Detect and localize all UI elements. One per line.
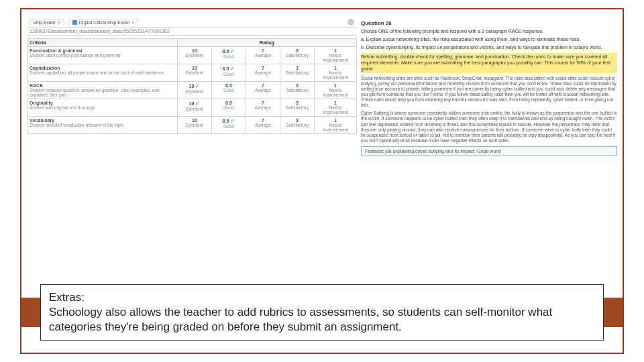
question-option-b: b. Describe cyberbullying, its impact on…: [361, 45, 617, 51]
rating-cell[interactable]: 7Average: [246, 47, 280, 64]
student-answer-p1: Social networking sites are sites such a…: [361, 76, 617, 109]
check-icon: ✓: [195, 101, 200, 107]
caption-label: Extras:: [49, 291, 85, 304]
rating-cell[interactable]: 7Average: [246, 99, 280, 117]
close-icon[interactable]: ×: [58, 20, 60, 25]
check-icon: ✓: [195, 83, 200, 89]
rubric-row: VocabularyStudent included vocabulary re…: [28, 117, 357, 134]
rubric-row: RACEStudent restated question, answered …: [28, 82, 357, 99]
tab-label: Digital Citizenship Exam: [79, 20, 129, 25]
rating-cell[interactable]: 10✓Excellent: [177, 82, 211, 99]
criteria-cell: Punctuation & grammarStudent used correc…: [28, 47, 178, 64]
rubric-row: CapitalizationStudent capitalized all pr…: [28, 64, 357, 82]
rubric-row: OriginalityAnswer was original and thoro…: [28, 99, 357, 117]
rating-cell[interactable]: 10Excellent: [177, 117, 211, 134]
rating-cell[interactable]: 3Satisfactory: [280, 99, 314, 117]
check-icon: ✓: [230, 48, 235, 54]
rating-cell[interactable]: 1Needs Improvement: [314, 99, 356, 117]
rating-cell[interactable]: 3Satisfactory: [280, 64, 314, 82]
browser-tab-bar: ship Exam × Digital Citizenship Exam ×: [27, 17, 357, 27]
rating-cell[interactable]: 3Satisfactory: [280, 82, 314, 99]
check-icon: ✓: [230, 66, 235, 72]
address-bar[interactable]: 12096378/assessment_results/student_stat…: [27, 27, 357, 36]
question-prompt: Choose ONE of the following prompts and …: [361, 29, 617, 35]
col-criteria: Criteria: [28, 39, 178, 47]
browser-tab-2[interactable]: Digital Citizenship Exam ×: [68, 19, 139, 25]
rating-cell[interactable]: 1Needs Improvement: [314, 117, 356, 134]
rating-cell[interactable]: 10Excellent: [177, 64, 211, 82]
rating-cell[interactable]: 7Average: [246, 82, 280, 99]
submission-hint: Before submitting, double-check for spel…: [361, 53, 617, 72]
rubric-row: Punctuation & grammarStudent used correc…: [28, 47, 357, 64]
rating-cell[interactable]: 7Average: [246, 64, 280, 82]
question-screenshot: Question 26 Choose ONE of the following …: [361, 17, 617, 156]
rubric-screenshot: ship Exam × Digital Citizenship Exam × 1…: [27, 17, 357, 156]
caption-text: Schoology also allows the teacher to add…: [49, 306, 552, 333]
rating-cell[interactable]: 10✓Excellent: [177, 99, 211, 117]
rating-cell[interactable]: 1Needs Improvement: [314, 47, 356, 64]
rating-cell[interactable]: 8.5Good: [211, 99, 246, 117]
favicon-icon: [72, 20, 77, 25]
col-rating: Rating: [177, 39, 356, 47]
rating-cell[interactable]: 8.5✓Good: [211, 64, 246, 82]
rating-cell[interactable]: 1Needs Improvement: [314, 82, 356, 99]
rating-cell[interactable]: 7Average: [246, 117, 280, 134]
rating-cell[interactable]: 3Satisfactory: [280, 117, 314, 134]
browser-tab-1[interactable]: ship Exam ×: [30, 19, 64, 25]
rating-cell[interactable]: 8.5✓Good: [211, 117, 246, 134]
tab-label: ship Exam: [34, 20, 56, 25]
question-title: Question 26: [361, 20, 617, 26]
rating-cell[interactable]: 3Satisfactory: [280, 47, 314, 64]
criteria-cell: OriginalityAnswer was original and thoro…: [28, 99, 178, 117]
avatar-icon[interactable]: [347, 19, 354, 25]
rating-cell[interactable]: 8.5✓Good: [211, 47, 246, 64]
teacher-feedback: Fantastic job explaining cyber bullying …: [361, 146, 617, 156]
rating-cell[interactable]: 8.5Good: [211, 82, 246, 99]
caption-area: Extras: Schoology also allows the teache…: [40, 284, 604, 341]
check-icon: ✓: [230, 118, 235, 124]
student-answer-p2: Cyber Bullying is where someone repeated…: [361, 111, 617, 143]
caption-box: Extras: Schoology also allows the teache…: [40, 284, 604, 341]
screenshots-row: ship Exam × Digital Citizenship Exam × 1…: [21, 9, 623, 162]
criteria-cell: CapitalizationStudent capitalized all pr…: [28, 64, 178, 82]
criteria-cell: RACEStudent restated question, answered …: [28, 82, 178, 99]
close-icon[interactable]: ×: [131, 20, 134, 25]
url-text: 12096378/assessment_results/student_stat…: [30, 29, 170, 34]
slide-frame: ship Exam × Digital Citizenship Exam × 1…: [20, 8, 624, 354]
rubric-table: Criteria Rating Punctuation & grammarStu…: [27, 38, 357, 134]
criteria-cell: VocabularyStudent included vocabulary re…: [28, 117, 178, 134]
question-option-a: a. Explain social networking sites, the …: [361, 37, 617, 43]
rating-cell[interactable]: 10Excellent: [177, 47, 211, 64]
rating-cell[interactable]: 1Needs Improvement: [314, 64, 356, 82]
